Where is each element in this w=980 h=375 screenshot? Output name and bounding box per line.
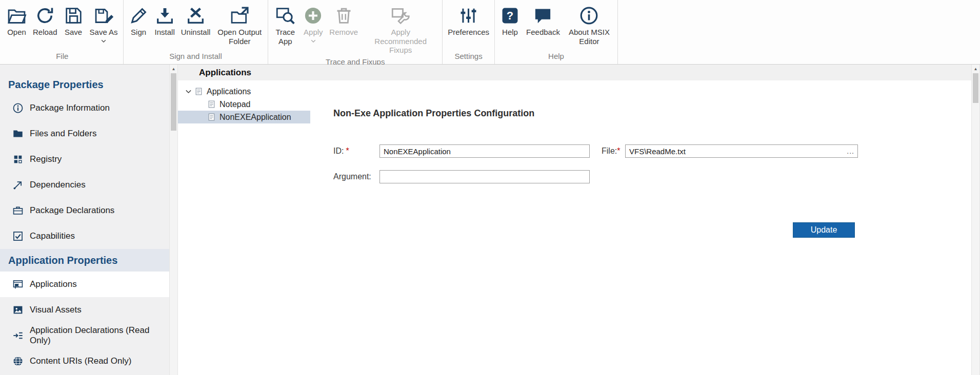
sidebar-item-package-declarations[interactable]: Package Declarations [0,198,169,223]
sidebar-scrollbar[interactable]: ▲ [169,65,178,375]
document-icon [194,87,203,96]
package-icon [12,205,24,216]
reload-button[interactable]: Reload [30,5,61,38]
about-msix-editor-button[interactable]: About MSIX Editor [563,5,615,47]
sign-pencil-icon [129,6,149,26]
open-output-folder-button[interactable]: Open Output Folder [213,5,266,47]
package-properties-heading: Package Properties [0,74,169,95]
tree-node-applications[interactable]: Applications [178,85,310,98]
save-button-label: Save [65,28,82,37]
id-field-label: ID:* [333,147,379,156]
trace-app-button-label: Trace App [273,28,297,46]
ribbon-group-help: ? Help Feedback About MSIX Editor Help [495,0,618,64]
chevron-down-icon[interactable] [184,87,193,96]
save-button[interactable]: Save [61,5,87,38]
navigation-sidebar: Package Properties Package Information F… [0,65,169,375]
info-icon [12,102,24,114]
save-as-icon [94,6,114,26]
registry-icon [12,154,24,165]
apply-recommended-fixups-button-label: Apply Recommended Fixups [364,28,437,55]
visual-assets-icon [12,304,24,316]
globe-icon [12,356,24,367]
scroll-up-icon[interactable]: ▲ [170,65,177,73]
required-asterisk: * [617,147,620,155]
sidebar-item-applications[interactable]: Applications [0,272,169,297]
id-field[interactable] [379,144,590,158]
ribbon-group-file: Open Reload Save Save As File [2,0,124,64]
uninstall-button-label: Uninstall [181,28,211,37]
chevron-down-icon [100,37,107,45]
apply-button[interactable]: Apply [300,5,326,46]
remove-button[interactable]: Remove [326,5,361,38]
ribbon-group-trace-and-fixups: Trace App Apply Remove Apply Recommended… [268,0,443,64]
feedback-button[interactable]: Feedback [523,5,563,38]
sign-button[interactable]: Sign [126,5,152,38]
argument-field-label: Argument: [333,172,379,181]
sign-button-label: Sign [131,28,146,37]
content-scrollbar[interactable]: ▲ [971,65,980,375]
scrollbar-thumb[interactable] [973,73,978,103]
uninstall-button[interactable]: Uninstall [178,5,214,38]
update-button[interactable]: Update [793,222,855,238]
install-button-label: Install [155,28,175,37]
feedback-button-label: Feedback [526,28,560,37]
sidebar-item-dependencies[interactable]: Dependencies [0,172,169,198]
sidebar-item-application-declarations[interactable]: Application Declarations (Read Only) [0,323,169,348]
uninstall-x-icon [186,6,206,26]
remove-button-label: Remove [329,28,358,37]
application-properties-form: Non-Exe Application Properties Configura… [310,80,971,375]
sidebar-item-capabilities[interactable]: Capabilities [0,223,169,249]
ribbon-toolbar: Open Reload Save Save As File [0,0,980,65]
about-info-icon [579,6,599,26]
apply-plus-icon [303,6,323,26]
page-title: Applications [199,68,251,78]
content-area: Applications Applications Notepad [178,65,980,375]
scroll-up-icon[interactable]: ▲ [972,65,979,73]
open-output-folder-button-label: Open Output Folder [216,28,263,46]
ribbon-group-label-help: Help [497,50,615,64]
tree-node-notepad[interactable]: Notepad [178,98,310,111]
sidebar-item-visual-assets[interactable]: Visual Assets [0,297,169,323]
trace-app-button[interactable]: Trace App [270,5,300,47]
apply-button-label: Apply [304,28,323,37]
content-header: Applications [178,65,971,80]
save-as-button-label: Save As [90,28,118,37]
sidebar-item-package-information[interactable]: Package Information [0,95,169,121]
help-icon: ? [500,6,520,26]
install-button[interactable]: Install [152,5,178,38]
save-as-button[interactable]: Save As [87,5,121,46]
open-folder-icon [7,6,27,26]
file-field-label: File:* [602,147,625,156]
reload-icon [35,6,55,26]
install-arrow-icon [155,6,175,26]
tree-node-label: Notepad [219,100,251,109]
open-button[interactable]: Open [4,5,30,38]
sidebar-item-content-uris[interactable]: Content URIs (Read Only) [0,348,169,374]
file-field[interactable] [626,145,844,157]
sidebar-item-files-and-folders[interactable]: Files and Folders [0,121,169,147]
main-area: Package Properties Package Information F… [0,65,980,375]
folder-icon [12,128,24,139]
fixups-wrench-icon [391,6,411,26]
help-button-label: Help [502,28,518,37]
sidebar-item-registry[interactable]: Registry [0,147,169,172]
capabilities-check-icon [12,231,24,242]
ribbon-group-label-settings: Settings [445,50,492,64]
file-browse-button[interactable]: ... [844,147,857,155]
tree-node-label: Applications [207,87,251,96]
apply-recommended-fixups-button[interactable]: Apply Recommended Fixups [361,5,440,56]
chevron-down-icon [310,37,317,45]
argument-field[interactable] [379,170,590,183]
ribbon-group-label-sign-and-install: Sign and Install [126,50,266,64]
ribbon-group-sign-and-install: Sign Install Uninstall Open Output Folde… [124,0,269,64]
preferences-button[interactable]: Preferences [445,5,492,38]
scrollbar-thumb[interactable] [171,73,176,131]
file-field-wrapper: ... [625,144,858,158]
application-properties-heading: Application Properties [0,249,169,272]
tree-node-label: NonEXEApplication [219,113,291,122]
tree-node-nonexeapplication[interactable]: NonEXEApplication [178,111,310,123]
document-icon [207,113,216,121]
document-icon [207,100,216,109]
applications-tree: Applications Notepad NonEXEApplication [178,80,310,375]
help-button[interactable]: ? Help [497,5,523,38]
